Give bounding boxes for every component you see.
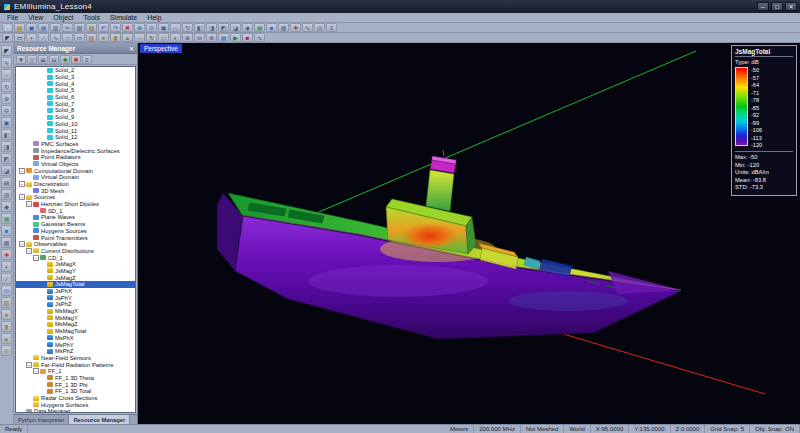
view-bottom-icon[interactable]: ▥ [1,189,12,200]
tree-item-jsphz[interactable]: JsPhZ [16,301,135,308]
tree-item-point-transmitters[interactable]: Point Transmitters [16,234,135,241]
tree-item-ff-1-3d-phi[interactable]: FF_1 3D Phi [16,381,135,388]
menu-object[interactable]: Object [48,13,78,23]
tree-item-solid-9[interactable]: Solid_9 [16,114,135,121]
shaded-icon[interactable]: ■ [266,23,277,32]
cylinder-tool-icon[interactable]: ▮ [110,33,121,42]
axes-toggle-icon[interactable]: ✚ [1,249,12,260]
menu-simulate[interactable]: Simulate [105,13,142,23]
tree-item-solid-6[interactable]: Solid_6 [16,94,135,101]
cut-icon[interactable]: ✂ [62,23,73,32]
tree-item-msphz[interactable]: MsPhZ [16,348,135,355]
tree-item-hertzian-short-dipoles[interactable]: −Hertzian Short Dipoles [16,201,135,208]
tree-item-solid-8[interactable]: Solid_8 [16,107,135,114]
tree-item-sd-1[interactable]: SD_1 [16,207,135,214]
add-item-icon[interactable]: ✚ [60,55,70,64]
mirror-icon[interactable]: ◐ [170,33,181,42]
cone-icon[interactable]: ▲ [1,333,12,344]
box-tool-icon[interactable]: ▧ [86,33,97,42]
expand-toggle-icon[interactable]: − [19,194,25,200]
tree-item-huygens-surfaces[interactable]: Huygens Surfaces [16,401,135,408]
tree-item-solid-5[interactable]: Solid_5 [16,87,135,94]
measure-icon[interactable]: ∿ [1,57,12,68]
tree-item-msmagy[interactable]: MsMagY [16,314,135,321]
view-back-icon[interactable]: ◨ [1,141,12,152]
tree-item-solid-11[interactable]: Solid_11 [16,127,135,134]
view-iso-icon[interactable]: ◆ [242,23,253,32]
tree-item-jsphy[interactable]: JsPhY [16,294,135,301]
properties-icon[interactable]: ≡ [82,55,92,64]
polyline-tool-icon[interactable]: ∿ [50,33,61,42]
settings-icon[interactable]: ≡ [326,23,337,32]
collapse-all-icon[interactable]: ⊟ [49,55,59,64]
tree-item-msphx[interactable]: MsPhX [16,335,135,342]
expand-toggle-icon[interactable]: − [26,248,32,254]
menu-view[interactable]: View [23,13,48,23]
redo-icon[interactable]: ↷ [110,23,121,32]
remove-item-icon[interactable]: ✖ [71,55,81,64]
stop-simulation-icon[interactable]: ■ [242,33,253,42]
delete-icon[interactable]: ✖ [122,23,133,32]
circle-tool-icon[interactable]: ○ [62,33,73,42]
select-icon[interactable]: ◤ [1,45,12,56]
move-icon[interactable]: ↔ [134,33,145,42]
tree-item-near-field-sensors[interactable]: Near-Field Sensors [16,355,135,362]
line-tool-icon[interactable]: ∕ [38,33,49,42]
tree-item-observables[interactable]: −Observables [16,241,135,248]
tree-item-solid-12[interactable]: Solid_12 [16,134,135,141]
tree-item-far-field-radiation-patterns[interactable]: −Far-Field Radiation Patterns [16,361,135,368]
view-left-icon[interactable]: ◩ [1,153,12,164]
point-tool-icon[interactable]: • [26,33,37,42]
tree-item-gaussian-beams[interactable]: Gaussian Beams [16,221,135,228]
rectangle-tool-icon[interactable]: ▭ [74,33,85,42]
view-front-icon[interactable]: ◧ [194,23,205,32]
zoom-fit-icon[interactable]: ▣ [158,23,169,32]
save-icon[interactable]: ▣ [26,23,37,32]
tree-item-ff-1[interactable]: −FF_1 [16,368,135,375]
tree-item-huygens-sources[interactable]: Huygens Sources [16,228,135,235]
zoom-out-icon[interactable]: ⊖ [146,23,157,32]
line-icon[interactable]: ∕ [1,273,12,284]
mesh-generate-icon[interactable]: ▦ [218,33,229,42]
filter-icon[interactable]: ▽ [27,55,37,64]
zoom-out-view-icon[interactable]: ⊖ [1,105,12,116]
tree-item-solid-7[interactable]: Solid_7 [16,100,135,107]
measure-icon[interactable]: ∿ [302,23,313,32]
tree-item-sources[interactable]: −Sources [16,194,135,201]
tree-item-virtual-objects[interactable]: Virtual Objects [16,161,135,168]
view-right-icon[interactable]: ◪ [1,165,12,176]
tree-item-pmc-surfaces[interactable]: PMC Surfaces [16,141,135,148]
copy-icon[interactable]: ▧ [74,23,85,32]
menu-help[interactable]: Help [142,13,166,23]
tree-item-virtual-domain[interactable]: Virtual Domain [16,174,135,181]
expand-toggle-icon[interactable]: − [33,368,39,374]
tree-item-msphy[interactable]: MsPhY [16,341,135,348]
view-right-icon[interactable]: ◪ [230,23,241,32]
tab-resource-manager[interactable]: Resource Manager [69,415,130,424]
view-back-icon[interactable]: ◨ [206,23,217,32]
cylinder-icon[interactable]: ▮ [1,321,12,332]
rotate-icon[interactable]: ↻ [146,33,157,42]
results-icon[interactable]: ∿ [254,33,265,42]
tree-item-computational-domain[interactable]: −Computational Domain [16,167,135,174]
view-front-icon[interactable]: ◧ [1,129,12,140]
tree-item-jsmagz[interactable]: JsMagZ [16,274,135,281]
view-left-icon[interactable]: ◩ [218,23,229,32]
maximize-button[interactable]: □ [771,2,783,11]
tree-item-ff-1-3d-theta[interactable]: FF_1 3D Theta [16,375,135,382]
sphere-tool-icon[interactable]: ● [98,33,109,42]
torus-icon[interactable]: ◎ [1,345,12,356]
tree-item-msmagtotal[interactable]: MsMagTotal [16,328,135,335]
panel-close-icon[interactable]: ✕ [129,45,134,52]
shaded-mode-icon[interactable]: ■ [1,225,12,236]
wireframe-icon[interactable]: ▦ [254,23,265,32]
expand-toggle-icon[interactable]: − [19,181,25,187]
orbit-view-icon[interactable]: ↻ [1,81,12,92]
tree-item-radar-cross-sections[interactable]: Radar Cross Sections [16,395,135,402]
close-button[interactable]: ✕ [785,2,797,11]
sphere-icon[interactable]: ● [1,309,12,320]
grid-icon[interactable]: ▩ [278,23,289,32]
tree-item-impedance-dielectric-surfaces[interactable]: Impedance/Dielectric Surfaces [16,147,135,154]
tree-item-msmagz[interactable]: MsMagZ [16,321,135,328]
tree-item-jsphx[interactable]: JsPhX [16,288,135,295]
